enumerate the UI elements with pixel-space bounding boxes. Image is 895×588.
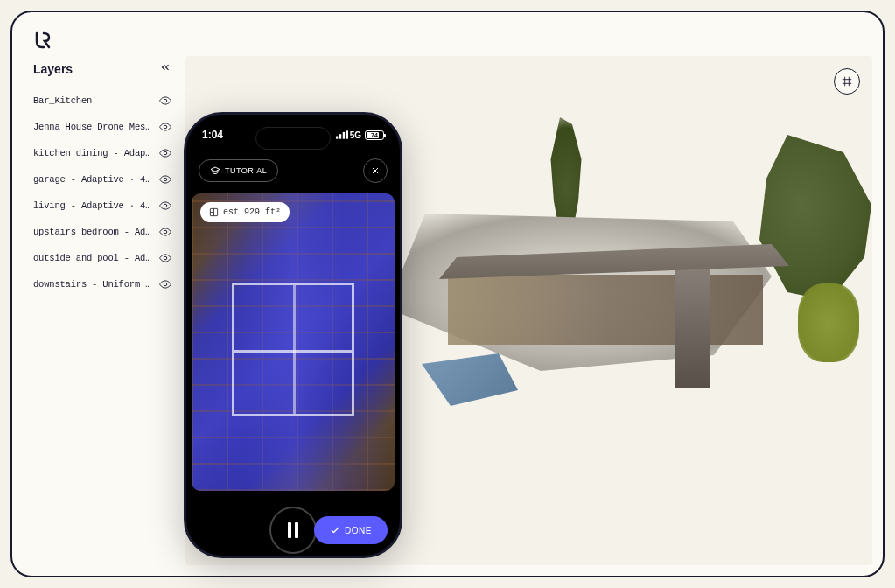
signal-icon: [336, 130, 348, 139]
collapse-sidebar-button[interactable]: [159, 61, 171, 77]
tree-mesh: [798, 284, 859, 362]
svg-point-6: [164, 256, 167, 260]
eye-icon[interactable]: [159, 147, 171, 159]
scene-mesh: [404, 108, 859, 528]
layer-label: downstairs - Uniform · …: [33, 279, 154, 290]
layer-item[interactable]: garage - Adaptive · 40%…: [24, 166, 178, 192]
layer-item[interactable]: outside and pool - Adap…: [24, 245, 178, 271]
phone-mockup: 1:04 5G 74 TUTORIAL est 929 ft²: [184, 112, 402, 558]
check-icon: [330, 525, 340, 536]
tutorial-label: TUTORIAL: [225, 166, 267, 175]
svg-point-7: [164, 283, 167, 286]
svg-rect-9: [339, 134, 341, 138]
layer-item[interactable]: kitchen dining - Adapti…: [24, 140, 178, 166]
svg-point-3: [164, 178, 167, 181]
svg-rect-11: [346, 130, 347, 138]
pause-icon: [288, 522, 298, 538]
close-icon: [370, 165, 381, 176]
layer-item[interactable]: upstairs bedroom - Adap…: [24, 219, 178, 245]
status-time: 1:04: [202, 129, 223, 141]
eye-icon[interactable]: [159, 121, 171, 133]
app-logo: [33, 30, 54, 51]
layer-label: Jenna House Drone Mesh …: [33, 122, 154, 132]
battery-pct: 74: [371, 132, 378, 138]
camera-view[interactable]: est 929 ft²: [192, 193, 395, 491]
eye-icon[interactable]: [159, 94, 171, 107]
svg-point-4: [164, 204, 167, 207]
svg-point-0: [164, 99, 167, 102]
grid-toggle-button[interactable]: [834, 68, 860, 94]
eye-icon[interactable]: [159, 173, 171, 186]
battery-icon: 74: [365, 130, 384, 140]
svg-point-5: [164, 230, 167, 234]
floorplan-icon: [209, 207, 219, 217]
layer-item[interactable]: living - Adaptive · 40%…: [24, 192, 178, 219]
layer-item[interactable]: downstairs - Uniform · …: [24, 271, 178, 298]
dynamic-island: [255, 127, 331, 150]
eye-icon[interactable]: [159, 200, 171, 212]
pause-button[interactable]: [269, 507, 317, 554]
layer-label: garage - Adaptive · 40%…: [33, 174, 154, 185]
eye-icon[interactable]: [159, 278, 171, 290]
layers-panel: Layers Bar_KitchenJenna House Drone Mesh…: [24, 58, 178, 298]
layer-label: outside and pool - Adap…: [33, 253, 154, 263]
svg-rect-8: [336, 136, 338, 139]
eye-icon[interactable]: [159, 226, 171, 238]
graduation-cap-icon: [210, 165, 220, 176]
area-estimate-badge: est 929 ft²: [200, 202, 290, 222]
svg-point-2: [164, 151, 167, 155]
app-frame: Layers Bar_KitchenJenna House Drone Mesh…: [10, 10, 885, 578]
layer-label: kitchen dining - Adapti…: [33, 148, 154, 158]
tutorial-button[interactable]: TUTORIAL: [199, 159, 278, 182]
layers-title: Layers: [33, 62, 73, 76]
layer-item[interactable]: Bar_Kitchen: [24, 88, 178, 114]
layer-label: Bar_Kitchen: [33, 95, 154, 106]
done-button[interactable]: DONE: [314, 516, 388, 544]
layer-item[interactable]: Jenna House Drone Mesh …: [24, 114, 178, 140]
layers-header: Layers: [24, 58, 178, 88]
eye-icon[interactable]: [159, 252, 171, 264]
layer-label: living - Adaptive · 40%…: [33, 200, 154, 211]
svg-point-1: [164, 125, 167, 129]
done-label: DONE: [345, 526, 372, 536]
area-estimate-text: est 929 ft²: [223, 207, 281, 217]
layer-label: upstairs bedroom - Adap…: [33, 227, 154, 237]
window-detected: [232, 283, 353, 416]
network-label: 5G: [350, 130, 361, 140]
svg-rect-10: [342, 132, 344, 139]
close-button[interactable]: [363, 158, 388, 183]
